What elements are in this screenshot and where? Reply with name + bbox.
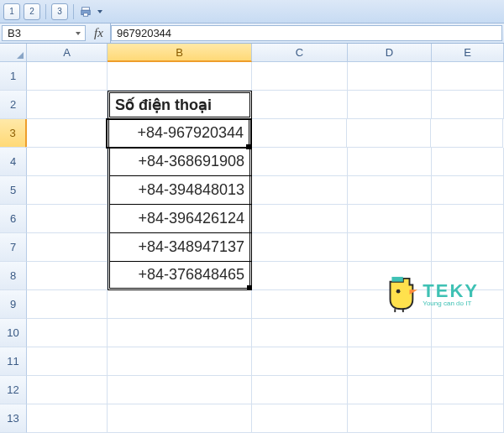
cell-A12[interactable] — [27, 376, 108, 404]
cell-A7[interactable] — [27, 233, 108, 262]
cell-E1[interactable] — [432, 62, 504, 91]
cell-B6[interactable]: +84-396426124 — [108, 205, 252, 233]
cell-B10[interactable] — [108, 319, 252, 347]
cell-E6[interactable] — [432, 205, 504, 233]
row-header-6[interactable]: 6 — [0, 205, 27, 233]
cell-C9[interactable] — [252, 290, 348, 319]
cell-C5[interactable] — [252, 176, 348, 205]
qat-customize-dropdown[interactable] — [96, 5, 104, 18]
cell-A9[interactable] — [27, 290, 108, 319]
cell-D6[interactable] — [348, 205, 432, 233]
cell-D9[interactable] — [348, 290, 432, 319]
cell-C11[interactable] — [252, 347, 348, 376]
cell-A4[interactable] — [27, 148, 108, 176]
cell-B2[interactable]: Số điện thoại — [108, 91, 252, 119]
cell-E8[interactable] — [432, 262, 504, 290]
cell-D5[interactable] — [348, 176, 432, 205]
row-header-12[interactable]: 12 — [0, 376, 27, 404]
row-header-7[interactable]: 7 — [0, 233, 27, 262]
column-header-A[interactable]: A — [27, 44, 108, 61]
cell-C4[interactable] — [252, 148, 348, 176]
worksheet-grid: A B C D E 1 2 Số điện thoại 3 +84-967920… — [0, 44, 504, 433]
row-header-11[interactable]: 11 — [0, 347, 27, 376]
cell-A13[interactable] — [27, 404, 108, 433]
row-header-13[interactable]: 13 — [0, 404, 27, 433]
row-header-8[interactable]: 8 — [0, 262, 27, 290]
cell-A11[interactable] — [27, 347, 108, 376]
cell-E4[interactable] — [432, 148, 504, 176]
insert-function-button[interactable]: fx — [87, 23, 111, 43]
qat-separator-2 — [73, 4, 74, 19]
cell-A5[interactable] — [27, 176, 108, 205]
cell-D4[interactable] — [348, 148, 432, 176]
cell-D2[interactable] — [348, 91, 432, 119]
column-header-D[interactable]: D — [348, 44, 432, 61]
cell-C1[interactable] — [252, 62, 348, 91]
cell-A2[interactable] — [27, 91, 108, 119]
cell-C6[interactable] — [252, 205, 348, 233]
cell-E9[interactable] — [432, 290, 504, 319]
cell-E12[interactable] — [432, 376, 504, 404]
column-header-C[interactable]: C — [252, 44, 348, 61]
row-2: 2 Số điện thoại — [0, 91, 504, 119]
cell-B8[interactable]: +84-376848465 — [108, 262, 252, 290]
cell-C8[interactable] — [252, 262, 348, 290]
cell-B1[interactable] — [108, 62, 252, 91]
cell-A10[interactable] — [27, 319, 108, 347]
cell-E3[interactable] — [431, 119, 503, 148]
row-header-5[interactable]: 5 — [0, 176, 27, 205]
name-box[interactable]: B3 — [2, 25, 86, 41]
cell-E7[interactable] — [432, 233, 504, 262]
row-header-1[interactable]: 1 — [0, 62, 27, 91]
row-header-2[interactable]: 2 — [0, 91, 27, 119]
cell-C7[interactable] — [252, 233, 348, 262]
row-header-3[interactable]: 3 — [0, 119, 27, 148]
cell-D13[interactable] — [348, 404, 432, 433]
cell-B9[interactable] — [108, 290, 252, 319]
window-switch-1[interactable]: 1 — [3, 3, 20, 20]
row-header-9[interactable]: 9 — [0, 290, 27, 319]
cell-B7[interactable]: +84-348947137 — [108, 233, 252, 262]
cell-D8[interactable] — [348, 262, 432, 290]
cell-E2[interactable] — [432, 91, 504, 119]
cell-D3[interactable] — [347, 119, 431, 148]
cell-D1[interactable] — [348, 62, 432, 91]
row-11: 11 — [0, 347, 504, 376]
cell-A6[interactable] — [27, 205, 108, 233]
cell-D11[interactable] — [348, 347, 432, 376]
cell-D7[interactable] — [348, 233, 432, 262]
column-header-E[interactable]: E — [432, 44, 504, 61]
cell-C13[interactable] — [252, 404, 348, 433]
cell-D12[interactable] — [348, 376, 432, 404]
cell-C3[interactable] — [251, 119, 347, 148]
select-all-corner[interactable] — [0, 44, 27, 61]
cell-B13[interactable] — [108, 404, 252, 433]
cell-B5[interactable]: +84-394848013 — [108, 176, 252, 205]
cell-E5[interactable] — [432, 176, 504, 205]
name-box-dropdown[interactable] — [73, 28, 83, 39]
cell-A3[interactable] — [26, 119, 107, 148]
cell-B11[interactable] — [108, 347, 252, 376]
row-header-10[interactable]: 10 — [0, 319, 27, 347]
cell-C12[interactable] — [252, 376, 348, 404]
window-switch-3[interactable]: 3 — [51, 3, 68, 20]
row-header-4[interactable]: 4 — [0, 148, 27, 176]
cell-E11[interactable] — [432, 347, 504, 376]
cell-C2[interactable] — [252, 91, 348, 119]
cell-B3[interactable]: +84-967920344 — [107, 119, 251, 148]
cell-A1[interactable] — [27, 62, 108, 91]
cell-C10[interactable] — [252, 319, 348, 347]
cell-B12[interactable] — [108, 376, 252, 404]
window-switch-2[interactable]: 2 — [24, 3, 40, 20]
name-box-value: B3 — [8, 27, 21, 39]
cell-E13[interactable] — [432, 404, 504, 433]
cell-B4[interactable]: +84-368691908 — [108, 148, 252, 176]
cell-E10[interactable] — [432, 319, 504, 347]
row-6: 6 +84-396426124 — [0, 205, 504, 233]
cell-D10[interactable] — [348, 319, 432, 347]
column-header-B[interactable]: B — [108, 44, 252, 62]
formula-input[interactable]: 967920344 — [111, 25, 502, 41]
cell-A8[interactable] — [27, 262, 108, 290]
print-preview-icon[interactable] — [79, 5, 92, 18]
row-13: 13 — [0, 404, 504, 433]
